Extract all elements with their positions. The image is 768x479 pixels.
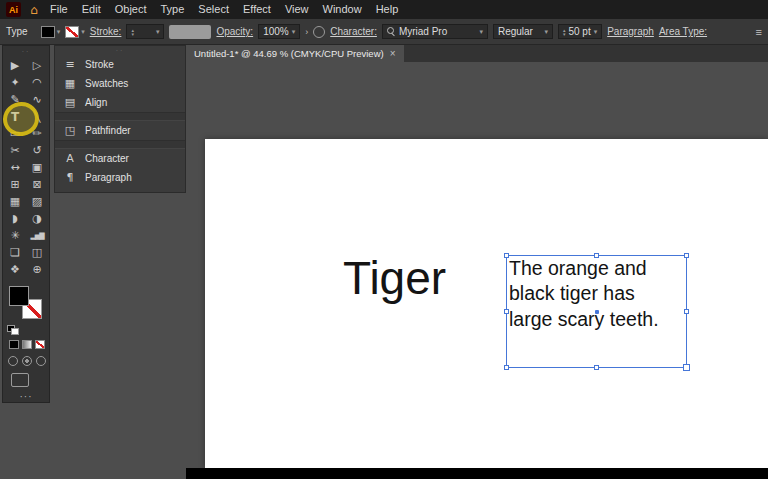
- draw-mode-row: [8, 356, 49, 366]
- curvature-tool[interactable]: ∿: [26, 91, 48, 108]
- frame-handle-bottom-right[interactable]: [683, 364, 690, 371]
- panel-item-align[interactable]: ▤ Align: [55, 93, 185, 112]
- font-size-stepper[interactable]: ▴▾ 50 pt ▾: [558, 24, 602, 39]
- menu-type[interactable]: Type: [154, 0, 192, 19]
- area-type-options-link[interactable]: Area Type:: [659, 26, 707, 37]
- magic-wand-tool[interactable]: ✦: [4, 74, 26, 91]
- draw-inside-icon[interactable]: [36, 356, 46, 366]
- menu-help[interactable]: Help: [369, 0, 406, 19]
- shape-builder-tool[interactable]: ⊞: [4, 176, 26, 193]
- frame-handle-bottom-left[interactable]: [504, 365, 509, 370]
- close-tab-icon[interactable]: ×: [390, 48, 396, 59]
- selected-text-frame[interactable]: The orange and black tiger has large sca…: [506, 255, 687, 368]
- font-style-dropdown[interactable]: Regular ▾: [493, 24, 553, 39]
- default-fill-stroke-icon[interactable]: [7, 325, 18, 334]
- stepper-arrows-icon: ▴▾: [563, 28, 566, 36]
- zoom-tool[interactable]: ⊕: [26, 261, 48, 278]
- text-line: black tiger has: [509, 281, 684, 306]
- paragraph-align-icon[interactable]: ≡: [756, 26, 762, 38]
- frame-handle-middle-right[interactable]: [684, 309, 689, 314]
- paintbrush-tool-icon: ✏: [32, 127, 41, 140]
- slice-tool[interactable]: ◫: [26, 244, 48, 261]
- chevron-down-icon: ▾: [292, 28, 296, 36]
- stroke-panel-link[interactable]: Stroke:: [90, 26, 122, 37]
- frame-handle-top-right[interactable]: [684, 253, 689, 258]
- stroke-weight-stepper[interactable]: ▴▾ ▾: [126, 24, 164, 39]
- document-tab[interactable]: Untitled-1* @ 44.69 % (CMYK/CPU Preview)…: [186, 45, 404, 62]
- frame-handle-top-left[interactable]: [504, 253, 509, 258]
- rotate-tool[interactable]: ↺: [26, 142, 48, 159]
- pen-tool-icon: ✎: [10, 93, 19, 106]
- menu-window[interactable]: Window: [316, 0, 369, 19]
- menu-select[interactable]: Select: [191, 0, 236, 19]
- opacity-dropdown[interactable]: 100% ▾: [258, 24, 300, 39]
- hand-tool[interactable]: ❖: [4, 261, 26, 278]
- selection-tool[interactable]: ▶: [4, 57, 26, 74]
- menu-edit[interactable]: Edit: [75, 0, 108, 19]
- pen-tool[interactable]: ✎: [4, 91, 26, 108]
- free-transform-tool[interactable]: ▣: [26, 159, 48, 176]
- home-icon[interactable]: ⌂: [25, 3, 43, 17]
- menu-object[interactable]: Object: [108, 0, 154, 19]
- paragraph-panel-icon: ¶: [62, 171, 78, 184]
- chevron-down-icon: ▾: [594, 28, 598, 36]
- blend-tool[interactable]: ◑: [26, 210, 48, 227]
- panel-label: Stroke: [85, 59, 114, 70]
- edit-toolbar-button[interactable]: ···: [3, 391, 49, 402]
- panel-item-swatches[interactable]: ▦ Swatches: [55, 74, 185, 93]
- frame-handle-bottom-middle[interactable]: [594, 365, 599, 370]
- width-tool[interactable]: ↔: [4, 159, 26, 176]
- font-family-dropdown[interactable]: Myriad Pro ▾: [382, 24, 488, 39]
- panel-item-stroke[interactable]: ≡ Stroke: [55, 55, 185, 74]
- chevron-down-icon: ▾: [57, 28, 61, 36]
- dock-drag-handle[interactable]: ··: [55, 46, 185, 55]
- perspective-grid-tool[interactable]: ⊠: [26, 176, 48, 193]
- symbol-sprayer-tool[interactable]: ✳: [4, 227, 26, 244]
- recolor-artwork-icon[interactable]: [313, 26, 325, 38]
- fill-color-well[interactable]: ▾: [41, 26, 61, 38]
- draw-normal-icon[interactable]: [8, 356, 18, 366]
- mesh-tool-icon: ▦: [10, 195, 20, 208]
- line-segment-tool[interactable]: ╲: [26, 108, 48, 125]
- type-tool[interactable]: T: [4, 108, 26, 125]
- paragraph-panel-link[interactable]: Paragraph: [607, 26, 654, 37]
- panel-item-paragraph[interactable]: ¶ Paragraph: [55, 168, 185, 187]
- column-graph-tool[interactable]: ▂▅▇: [26, 227, 48, 244]
- fill-stroke-indicator: [9, 286, 43, 322]
- none-button[interactable]: [35, 340, 45, 349]
- opacity-panel-link[interactable]: Opacity:: [216, 26, 253, 37]
- panel-item-character[interactable]: A Character: [55, 149, 185, 168]
- rectangle-tool[interactable]: ▭: [4, 125, 26, 142]
- fill-color-swatch[interactable]: [9, 286, 29, 306]
- panel-item-pathfinder[interactable]: ◳ Pathfinder: [55, 121, 185, 140]
- gradient-button[interactable]: [22, 340, 32, 349]
- scissors-tool[interactable]: ✂: [4, 142, 26, 159]
- color-button[interactable]: [9, 340, 19, 349]
- dock-divider: [55, 140, 185, 149]
- panel-label: Swatches: [85, 78, 128, 89]
- menu-file[interactable]: File: [43, 0, 75, 19]
- screen-mode-icon[interactable]: [11, 373, 29, 387]
- lasso-tool[interactable]: ◠: [26, 74, 48, 91]
- toolbar-drag-handle[interactable]: ··: [3, 46, 49, 57]
- menu-effect[interactable]: Effect: [236, 0, 278, 19]
- width-tool-icon: ↔: [10, 161, 19, 174]
- stroke-color-well[interactable]: ▾: [65, 26, 85, 38]
- eyedropper-tool[interactable]: ◗: [4, 210, 26, 227]
- direct-selection-tool[interactable]: ▷: [26, 57, 48, 74]
- artboard-heading-text[interactable]: Tiger: [343, 251, 446, 305]
- mesh-tool[interactable]: ▦: [4, 193, 26, 210]
- width-profile-dropdown[interactable]: [169, 25, 211, 39]
- artboard-tool[interactable]: ❏: [4, 244, 26, 261]
- frame-handle-top-middle[interactable]: [594, 253, 599, 258]
- frame-handle-middle-left[interactable]: [504, 309, 509, 314]
- draw-behind-icon[interactable]: [22, 356, 32, 366]
- artboard[interactable]: Tiger The orange and black tiger has lar…: [205, 139, 768, 468]
- stroke-panel-icon: ≡: [62, 58, 78, 71]
- stepper-arrows-icon: ▴▾: [131, 28, 134, 36]
- menu-view[interactable]: View: [278, 0, 316, 19]
- gradient-tool[interactable]: ▨: [26, 193, 48, 210]
- character-panel-link[interactable]: Character:: [330, 26, 377, 37]
- paintbrush-tool[interactable]: ✏: [26, 125, 48, 142]
- opacity-flyout-icon[interactable]: ›: [305, 27, 308, 37]
